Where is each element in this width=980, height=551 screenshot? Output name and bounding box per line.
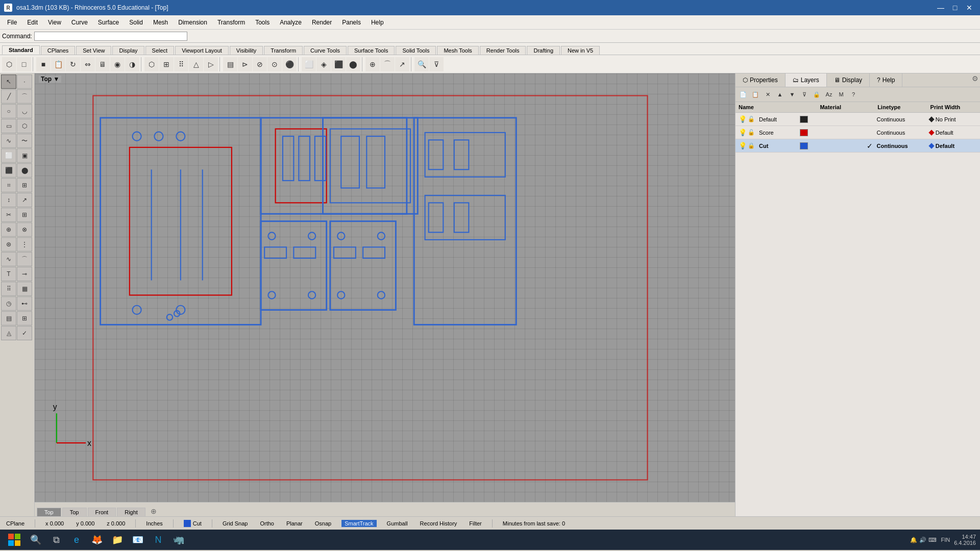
status-gumball[interactable]: Gumball <box>385 520 410 527</box>
tab-viewport-layout[interactable]: Viewport Layout <box>175 46 229 55</box>
tool-sub1[interactable]: ⊕ <box>1 222 16 237</box>
layer-lock-cut[interactable]: 🔒 <box>748 142 755 149</box>
tab-surface-tools[interactable]: Surface Tools <box>348 46 395 55</box>
panel-tab-display[interactable]: 🖥 Display <box>827 73 870 87</box>
sort-name-button[interactable]: Az <box>823 89 835 100</box>
maximize-button[interactable]: □ <box>948 3 962 13</box>
layer-row-score[interactable]: 💡 🔓 Score Continuous Default <box>736 126 980 139</box>
tb-curve-from-edge[interactable]: ⊙ <box>267 57 282 71</box>
tb-blend[interactable]: ⚫ <box>282 57 297 71</box>
tb-pyramid[interactable]: △ <box>189 57 203 71</box>
tab-new-in-v5[interactable]: New in V5 <box>561 46 600 55</box>
tool-edit2[interactable]: ⊞ <box>17 208 32 222</box>
taskbar-app[interactable]: 🦏 <box>169 531 188 549</box>
tool-curve2[interactable]: ⌒ <box>17 252 32 266</box>
tool-spline[interactable]: 〜 <box>17 134 32 148</box>
menu-analyze[interactable]: Analyze <box>275 17 307 28</box>
tb-extrude[interactable]: ⬛ <box>331 57 346 71</box>
tb-triangle[interactable]: ▷ <box>204 57 218 71</box>
tab-drafting[interactable]: Drafting <box>527 46 560 55</box>
menu-render[interactable]: Render <box>307 17 337 28</box>
status-grid-snap[interactable]: Grid Snap <box>220 520 250 527</box>
tb-hatch[interactable]: ▤ <box>223 57 237 71</box>
tool-hatch2[interactable]: ⊞ <box>17 311 32 325</box>
tb-display-mode[interactable]: 🖥 <box>95 57 110 71</box>
layer-lock-default[interactable]: 🔓 <box>748 116 755 122</box>
tool-sub2[interactable]: ⊗ <box>17 222 32 237</box>
menu-tools[interactable]: Tools <box>250 17 275 28</box>
menu-panels[interactable]: Panels <box>337 17 366 28</box>
tab-display[interactable]: Display <box>112 46 144 55</box>
panel-tab-layers[interactable]: 🗂 Layers <box>786 73 827 87</box>
layer-color-area-score[interactable] <box>798 129 817 136</box>
layer-visibility-score[interactable]: 💡 <box>739 129 747 136</box>
tb-points[interactable]: ⬡ <box>144 57 159 71</box>
tool-arc[interactable]: ◡ <box>17 104 32 118</box>
tb-mirror[interactable]: ⇔ <box>81 57 95 71</box>
tool-analysis1[interactable]: ⊛ <box>1 237 16 252</box>
layer-visibility-cut[interactable]: 💡 <box>739 142 747 149</box>
menu-dimension[interactable]: Dimension <box>173 17 212 28</box>
tool-transform2[interactable]: ↗ <box>17 193 32 207</box>
lock-layers-button[interactable]: 🔒 <box>811 89 822 100</box>
layer-color-swatch-cut[interactable] <box>800 142 808 149</box>
tool-analysis2[interactable]: ⋮ <box>17 237 32 252</box>
taskbar-nod32[interactable]: N <box>149 531 167 549</box>
layer-row-cut[interactable]: 💡 🔒 Cut ✓ Continuous Default <box>736 139 980 153</box>
tab-set-view[interactable]: Set View <box>76 46 111 55</box>
tb-fillet[interactable]: ⌒ <box>380 57 395 71</box>
viewport-dropdown-arrow[interactable]: ▼ <box>53 76 59 83</box>
tool-circle[interactable]: ○ <box>1 104 16 118</box>
sort-material-button[interactable]: M <box>836 89 847 100</box>
status-filter[interactable]: Filter <box>467 520 483 527</box>
tool-freeform[interactable]: ∿ <box>1 134 16 148</box>
layer-visibility-default[interactable]: 💡 <box>739 115 747 123</box>
tool-select-arrow[interactable]: ↖ <box>1 74 16 89</box>
tool-rectangle[interactable]: ▭ <box>1 119 16 133</box>
tb-deselect[interactable]: □ <box>17 57 31 71</box>
menu-mesh[interactable]: Mesh <box>148 17 173 28</box>
tool-misc2[interactable]: ✓ <box>17 326 32 340</box>
command-input[interactable] <box>34 32 187 41</box>
new-layer-button[interactable]: 📄 <box>738 89 749 100</box>
tab-render-tools[interactable]: Render Tools <box>480 46 526 55</box>
tool-3d1[interactable]: ◷ <box>1 296 16 311</box>
taskbar-firefox[interactable]: 🦊 <box>88 531 106 549</box>
menu-edit[interactable]: Edit <box>22 17 43 28</box>
status-planar[interactable]: Planar <box>284 520 305 527</box>
tool-polygon[interactable]: ⬡ <box>17 119 32 133</box>
tab-curve-tools[interactable]: Curve Tools <box>304 46 347 55</box>
tb-revolve[interactable]: ◈ <box>316 57 331 71</box>
close-button[interactable]: ✕ <box>963 3 976 13</box>
viewport-top[interactable]: Top ▼ <box>35 73 735 502</box>
vp-tab-right[interactable]: Right <box>117 508 145 516</box>
status-osnap[interactable]: Osnap <box>313 520 333 527</box>
taskbar-search[interactable]: 🔍 <box>27 531 45 549</box>
layer-color-area-default[interactable] <box>798 116 817 123</box>
taskbar-files[interactable]: 📁 <box>108 531 127 549</box>
tb-copy[interactable]: 📋 <box>51 57 65 71</box>
panel-settings-gear[interactable]: ⚙ <box>970 73 980 84</box>
vp-tab-add[interactable]: ⊕ <box>146 506 161 516</box>
tool-patch[interactable]: ▣ <box>17 148 32 163</box>
tool-polyline[interactable]: ⌒ <box>17 89 32 104</box>
layer-color-swatch-score[interactable] <box>800 129 808 136</box>
new-sub-layer-button[interactable]: 📋 <box>750 89 761 100</box>
layer-lock-score[interactable]: 🔓 <box>748 129 755 136</box>
move-down-button[interactable]: ▼ <box>787 89 798 100</box>
menu-transform[interactable]: Transform <box>212 17 250 28</box>
tool-solid-sphere[interactable]: ⬤ <box>17 163 32 178</box>
tool-edit1[interactable]: ✂ <box>1 208 16 222</box>
status-record-history[interactable]: Record History <box>418 520 459 527</box>
tb-zoom[interactable]: 🔍 <box>414 57 429 71</box>
tb-shade[interactable]: ◑ <box>125 57 139 71</box>
tb-offset-surface[interactable]: ↗ <box>395 57 409 71</box>
tb-rotate[interactable]: ↻ <box>66 57 80 71</box>
tb-filter[interactable]: ⊽ <box>429 57 444 71</box>
tb-sweep[interactable]: ⊳ <box>238 57 252 71</box>
tb-select-all[interactable]: ⬡ <box>2 57 16 71</box>
tool-hatch1[interactable]: ▤ <box>1 311 16 325</box>
menu-curve[interactable]: Curve <box>66 17 93 28</box>
tool-misc1[interactable]: ◬ <box>1 326 16 340</box>
delete-layer-button[interactable]: ✕ <box>762 89 773 100</box>
